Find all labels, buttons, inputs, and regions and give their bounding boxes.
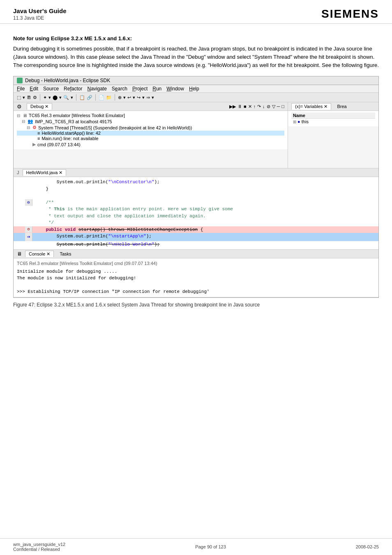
console-line-1: Initialize module for debugging ..... <box>17 268 375 275</box>
source-tab-bar: J HelloWorld.java ✕ <box>14 168 378 177</box>
section-title: Note for using Eclipse 3.2.x ME 1.5.x an… <box>13 35 379 41</box>
doc-subtitle: 11.3 Java IDE <box>13 15 66 21</box>
page-wrapper: Java User's Guide 11.3 Java IDE SIEMENS … <box>0 0 392 555</box>
toolbar-icon-2[interactable]: 🖹 <box>27 95 31 100</box>
eclipse-menubar[interactable]: File Edit Source Refactor Navigate Searc… <box>14 85 378 93</box>
debug-tree-item-0[interactable]: ⊟ 🖥 TC65 Rel.3 emulator [Wireless Toolki… <box>17 113 284 118</box>
toolbar-icon-14[interactable]: ⇒ <box>146 95 150 100</box>
source-line-6: * text output and close the application … <box>14 213 378 220</box>
line-code-1: System.out.println("\nConstructor\n"); <box>32 179 160 186</box>
stop-icon[interactable]: ■ <box>244 104 247 109</box>
toolbar-icon-8[interactable]: 🔗 <box>87 95 92 100</box>
toolbar-icon-6[interactable]: 🔍 <box>63 95 69 100</box>
menu-help[interactable]: Help <box>189 86 199 92</box>
debug-view-menu-icon[interactable]: ▽ <box>272 104 275 109</box>
menu-source[interactable]: Source <box>43 86 59 92</box>
debug-tree-item-5[interactable]: ▶ cmd (09.07.07 13:44) <box>17 141 284 147</box>
debug-tab-bar: ⚙ Debug ✕ ▶▶ ⏸ ■ ✕ ↑ ↷ ↓ ⊘ ▽ <box>14 102 288 111</box>
line-code-4: /** <box>32 199 54 206</box>
toolbar-sep-3 <box>95 94 96 101</box>
eclipse-title-text: Debug - HelloWorld.java - Eclipse SDK <box>25 78 110 83</box>
vars-name-this: this <box>302 119 309 124</box>
toolbar-sep-2 <box>76 94 76 101</box>
toolbar-icon-12[interactable]: ↩ <box>127 95 131 100</box>
step-into-icon[interactable]: ↓ <box>263 104 265 109</box>
line-code-7: */ <box>32 219 54 226</box>
toolbar-icon-9[interactable]: 📄 <box>99 95 104 100</box>
body-text: During debugging it is sometimes possibl… <box>13 45 379 69</box>
debug-tree-item-1[interactable]: ⊟ 👥 IMP_NG_TC65_R3 at localhost 49175 <box>17 118 284 124</box>
footer-date: 2008-02-25 <box>356 544 379 549</box>
eclipse-toolbar: ⬚▾ 🖹 ⚙ ✦▾ ⬤▾ 🔍▾ 📋 🔗 📄 📁 ⊕▾ ↩▾ ↪▾ ⇒▾ <box>14 93 378 102</box>
source-line-2: } <box>14 186 378 193</box>
toolbar-icon-5[interactable]: ⬤ <box>53 95 58 100</box>
use-step-filters-icon[interactable]: ⊘ <box>267 104 270 109</box>
eclipse-titlebar: Debug - HelloWorld.java - Eclipse SDK <box>14 76 378 85</box>
source-line-5: * This is the main application entry poi… <box>14 206 378 213</box>
tasks-tab[interactable]: Tasks <box>60 251 71 256</box>
toolbar-icon-7[interactable]: 📋 <box>79 95 85 100</box>
source-line-3 <box>14 192 378 199</box>
menu-project[interactable]: Project <box>132 86 148 92</box>
menu-refactor[interactable]: Refactor <box>64 86 82 92</box>
debug-maximize-icon[interactable]: □ <box>281 104 284 109</box>
toolbar-icon-4[interactable]: ✦ <box>43 95 47 100</box>
toolbar-icon-10[interactable]: 📁 <box>106 95 112 100</box>
menu-window[interactable]: Window <box>166 86 184 92</box>
expand-icon-0: ⊟ <box>17 113 21 118</box>
debug-item-label-4: Main.run() line: not available <box>42 136 98 141</box>
page-footer: wm_java_usersguide_v12 Confidential / Re… <box>0 538 392 555</box>
source-tab[interactable]: HelloWorld.java ✕ <box>23 169 67 176</box>
figure-caption: Figure 47: Eclipse 3.2.x ME1.5.x and 1.6… <box>13 302 379 308</box>
console-icon: 🖥 <box>17 251 22 257</box>
vars-expand-icon: ⊞ <box>293 120 296 124</box>
header-left: Java User's Guide 11.3 Java IDE <box>13 7 66 21</box>
menu-file[interactable]: File <box>17 86 25 92</box>
step-over-icon[interactable]: ↷ <box>257 104 261 109</box>
disconnect-icon[interactable]: ✕ <box>248 104 252 109</box>
pause-icon[interactable]: ⏸ <box>238 104 242 109</box>
toolbar-sep-4 <box>115 94 115 101</box>
debug-tree-item-4[interactable]: ≡ Main.run() line: not available <box>17 136 284 141</box>
console-tab[interactable]: Console ✕ <box>25 251 54 257</box>
console-line-3 <box>17 282 375 289</box>
menu-run[interactable]: Run <box>152 86 161 92</box>
console-header-text: TC65 Rel.3 emulator [Wireless Toolkit Em… <box>17 260 375 267</box>
debug-tree-content: ⊟ 🖥 TC65 Rel.3 emulator [Wireless Toolki… <box>14 111 288 149</box>
console-tab-bar: 🖥 Console ✕ Tasks <box>14 250 378 258</box>
debug-minimize-icon[interactable]: ─ <box>277 104 280 109</box>
cmd-icon: ▶ <box>32 142 36 147</box>
expand-icon-2: ⊟ <box>27 125 31 130</box>
debug-tree-item-2[interactable]: ⊟ ⚙ System Thread [Thread15] (Suspended … <box>17 124 284 131</box>
menu-edit[interactable]: Edit <box>30 86 38 92</box>
brea-tab[interactable]: Brea <box>337 104 346 109</box>
line-code-9: System.out.println("\nstartApp\n"); <box>32 233 152 240</box>
line-code-5: * This is the main application entry poi… <box>32 206 233 213</box>
vars-content: Name ⊞ ● this <box>288 111 378 126</box>
debug-tab[interactable]: Debug ✕ <box>27 103 52 110</box>
vars-name-header: Name <box>291 113 375 119</box>
console-line-2: The module is now initialized for debugg… <box>17 275 375 282</box>
toolbar-icon-3[interactable]: ⚙ <box>33 95 37 100</box>
step-return-icon[interactable]: ↑ <box>254 104 256 109</box>
vars-row-this[interactable]: ⊞ ● this <box>291 119 375 125</box>
debug-gear-icon: ⚙ <box>17 104 22 110</box>
footer-doc-id: wm_java_usersguide_v12 <box>13 542 65 547</box>
vars-table: Name ⊞ ● this <box>291 113 375 124</box>
debug-item-label-1: IMP_NG_TC65_R3 at localhost 49175 <box>35 119 112 124</box>
source-line-1: System.out.println("\nConstructor\n"); <box>14 179 378 186</box>
toolbar-icon-1[interactable]: ⬚ <box>17 95 21 100</box>
menu-navigate[interactable]: Navigate <box>87 86 106 92</box>
line-code-3 <box>32 192 38 199</box>
toolbar-icon-13[interactable]: ↪ <box>137 95 141 100</box>
source-line-8: ⊖ public void startApp() throws MIDletSt… <box>14 226 378 233</box>
console-line-4: >>> Establishing TCP/IP connection "IP c… <box>17 288 375 295</box>
line-marker-4: ⊖ <box>25 199 32 206</box>
menu-search[interactable]: Search <box>112 86 127 92</box>
eclipse-vars-panel: (x)= Variables ✕ Brea Name <box>288 102 378 168</box>
resume-icon[interactable]: ▶▶ <box>229 104 236 109</box>
page-header: Java User's Guide 11.3 Java IDE SIEMENS <box>0 0 392 24</box>
vars-tab[interactable]: (x)= Variables ✕ <box>291 103 331 110</box>
toolbar-icon-11[interactable]: ⊕ <box>118 95 122 100</box>
debug-tree-item-3[interactable]: ≡ HelloWorld.startApp() line: 42 <box>17 131 284 136</box>
